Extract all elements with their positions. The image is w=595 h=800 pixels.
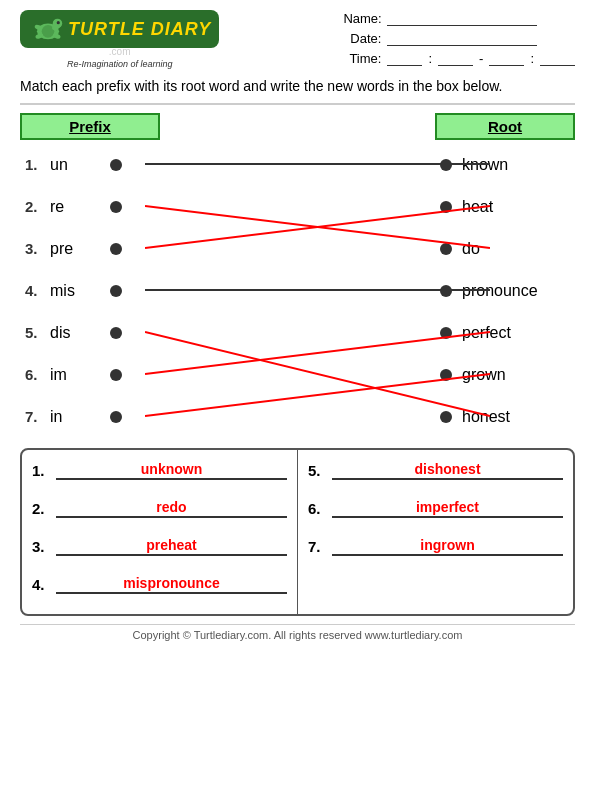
time-label: Time: bbox=[343, 51, 381, 66]
answer-line: unknown bbox=[56, 461, 287, 480]
prefix-word: mis bbox=[50, 282, 110, 300]
prefix-num: 7. bbox=[25, 408, 50, 425]
time-line2 bbox=[438, 50, 473, 66]
date-line bbox=[387, 30, 537, 46]
prefix-dot-4 bbox=[110, 327, 122, 339]
date-row: Date: bbox=[343, 30, 575, 46]
prefix-word: re bbox=[50, 198, 110, 216]
prefix-word: dis bbox=[50, 324, 110, 342]
answer-text: dishonest bbox=[414, 461, 480, 477]
answer-line: imperfect bbox=[332, 499, 563, 518]
answer-row: 2. redo bbox=[32, 494, 287, 524]
answer-num: 4. bbox=[32, 576, 50, 593]
answer-text: unknown bbox=[141, 461, 202, 477]
root-rows: known heat do pronounce perfect grown ho… bbox=[435, 144, 575, 438]
answer-num: 2. bbox=[32, 500, 50, 517]
logo-com: .com bbox=[109, 46, 131, 57]
time-line3 bbox=[489, 50, 524, 66]
root-row: perfect bbox=[440, 312, 575, 354]
root-word: pronounce bbox=[462, 282, 538, 300]
svg-point-3 bbox=[57, 21, 60, 24]
answer-text: imperfect bbox=[416, 499, 479, 515]
prefix-word: un bbox=[50, 156, 110, 174]
prefix-dot-1 bbox=[110, 201, 122, 213]
root-word: honest bbox=[462, 408, 510, 426]
prefix-num: 3. bbox=[25, 240, 50, 257]
answer-row: 7. ingrown bbox=[308, 532, 563, 562]
form-fields: Name: Date: Time: : - : bbox=[343, 10, 575, 66]
root-row: grown bbox=[440, 354, 575, 396]
root-row: pronounce bbox=[440, 270, 575, 312]
answer-line: ingrown bbox=[332, 537, 563, 556]
time-line4 bbox=[540, 50, 575, 66]
root-dot-3 bbox=[440, 285, 452, 297]
answer-col-left: 1. unknown 2. redo 3. preheat 4. mispron… bbox=[22, 450, 298, 614]
date-label: Date: bbox=[343, 31, 381, 46]
prefix-header: Prefix bbox=[20, 113, 160, 140]
answer-text: mispronounce bbox=[123, 575, 219, 591]
prefix-num: 6. bbox=[25, 366, 50, 383]
root-word: heat bbox=[462, 198, 493, 216]
answer-num: 7. bbox=[308, 538, 326, 555]
answer-row: 3. preheat bbox=[32, 532, 287, 562]
root-row: do bbox=[440, 228, 575, 270]
prefix-word: pre bbox=[50, 240, 110, 258]
prefix-dot-2 bbox=[110, 243, 122, 255]
time-line1 bbox=[387, 50, 422, 66]
answer-box: 1. unknown 2. redo 3. preheat 4. mispron… bbox=[20, 448, 575, 616]
prefix-row: 5. dis bbox=[25, 312, 160, 354]
turtle-icon bbox=[28, 14, 68, 44]
name-line bbox=[387, 10, 537, 26]
answer-line: redo bbox=[56, 499, 287, 518]
answer-row: 4. mispronounce bbox=[32, 570, 287, 600]
root-word: do bbox=[462, 240, 480, 258]
root-column: Root known heat do pronounce perfect gro… bbox=[435, 113, 575, 438]
logo-area: TURTLE DIARY .com Re-Imagination of lear… bbox=[20, 10, 219, 69]
root-header: Root bbox=[435, 113, 575, 140]
header: TURTLE DIARY .com Re-Imagination of lear… bbox=[20, 10, 575, 69]
prefix-row: 6. im bbox=[25, 354, 160, 396]
answer-text: preheat bbox=[146, 537, 197, 553]
prefix-num: 5. bbox=[25, 324, 50, 341]
prefix-num: 1. bbox=[25, 156, 50, 173]
answer-row: 5. dishonest bbox=[308, 456, 563, 486]
logo-text: TURTLE DIARY bbox=[68, 19, 211, 40]
root-row: known bbox=[440, 144, 575, 186]
prefix-dot-0 bbox=[110, 159, 122, 171]
name-label: Name: bbox=[343, 11, 381, 26]
answer-line: mispronounce bbox=[56, 575, 287, 594]
answer-num: 3. bbox=[32, 538, 50, 555]
page: TURTLE DIARY .com Re-Imagination of lear… bbox=[0, 0, 595, 800]
prefix-num: 4. bbox=[25, 282, 50, 299]
root-dot-1 bbox=[440, 201, 452, 213]
prefix-row: 3. pre bbox=[25, 228, 160, 270]
prefix-row: 7. in bbox=[25, 396, 160, 438]
prefix-word: im bbox=[50, 366, 110, 384]
logo-subtitle: Re-Imagination of learning bbox=[67, 59, 173, 69]
answer-row: 1. unknown bbox=[32, 456, 287, 486]
prefix-dot-3 bbox=[110, 285, 122, 297]
svg-point-1 bbox=[42, 25, 55, 38]
prefix-column: Prefix 1. un 2. re 3. pre 4. mis 5. dis … bbox=[20, 113, 160, 438]
answer-num: 6. bbox=[308, 500, 326, 517]
prefix-rows: 1. un 2. re 3. pre 4. mis 5. dis 6. im 7… bbox=[20, 144, 160, 438]
answer-row: 6. imperfect bbox=[308, 494, 563, 524]
root-word: grown bbox=[462, 366, 506, 384]
answer-text: redo bbox=[156, 499, 186, 515]
time-row: Time: : - : bbox=[343, 50, 575, 66]
answer-line: dishonest bbox=[332, 461, 563, 480]
answer-num: 5. bbox=[308, 462, 326, 479]
root-word: perfect bbox=[462, 324, 511, 342]
matching-area: Prefix 1. un 2. re 3. pre 4. mis 5. dis … bbox=[20, 113, 575, 438]
prefix-word: in bbox=[50, 408, 110, 426]
instructions: Match each prefix with its root word and… bbox=[20, 77, 575, 105]
answer-text: ingrown bbox=[420, 537, 474, 553]
root-dot-5 bbox=[440, 369, 452, 381]
root-word: known bbox=[462, 156, 508, 174]
answer-line: preheat bbox=[56, 537, 287, 556]
footer: Copyright © Turtlediary.com. All rights … bbox=[20, 624, 575, 641]
root-row: honest bbox=[440, 396, 575, 438]
prefix-row: 4. mis bbox=[25, 270, 160, 312]
root-row: heat bbox=[440, 186, 575, 228]
prefix-row: 2. re bbox=[25, 186, 160, 228]
